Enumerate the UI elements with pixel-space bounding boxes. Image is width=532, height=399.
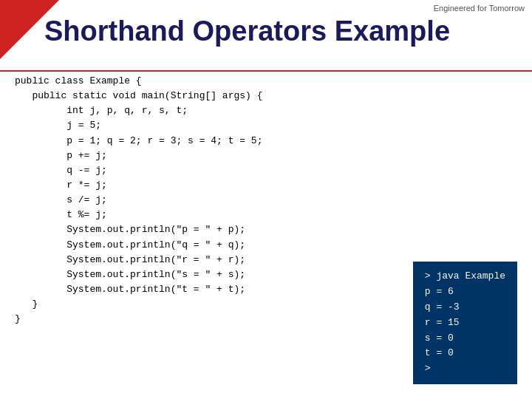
title-section: Shorthand Operators Example <box>44 16 525 47</box>
slide-title: Shorthand Operators Example <box>44 16 525 47</box>
divider <box>0 70 532 72</box>
output-box: > java Example p = 6 q = -3 r = 15 s = 0… <box>413 262 517 384</box>
tagline: Engineered for Tomorrow <box>426 0 532 16</box>
